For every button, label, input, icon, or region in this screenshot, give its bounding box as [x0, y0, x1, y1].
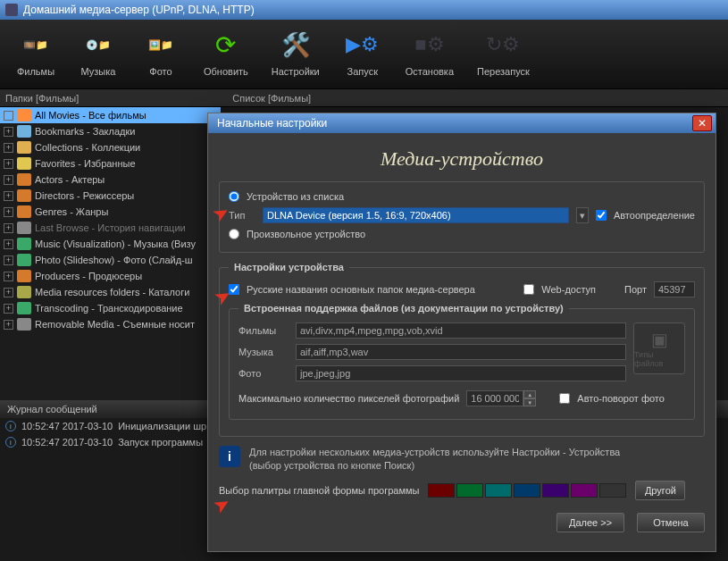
folder-icon [17, 238, 31, 250]
builtin-legend: Встроенная поддержка файлов (из документ… [238, 303, 569, 314]
folder-tree[interactable]: +All Movies - Все фильмы+Bookmarks - Зак… [0, 107, 222, 400]
cancel-button[interactable]: Отмена [637, 513, 705, 532]
photo-ext-label: Фото [238, 368, 289, 379]
start-icon: ▶⚙ [343, 27, 382, 63]
expand-icon[interactable]: + [4, 223, 13, 233]
refresh-button[interactable]: ⟳Обновить [204, 27, 248, 88]
expand-icon[interactable]: + [4, 304, 13, 314]
close-button[interactable]: ✕ [692, 115, 712, 131]
tree-item[interactable]: +Actors - Актеры [0, 172, 221, 188]
folder-icon [17, 205, 31, 218]
maxpx-input[interactable] [466, 390, 523, 406]
palette-swatch[interactable] [571, 483, 598, 498]
web-access-checkbox[interactable] [523, 284, 534, 295]
info-icon: i [5, 437, 16, 448]
spin-down-icon[interactable]: ▼ [523, 398, 536, 406]
rus-folders-checkbox[interactable] [229, 284, 239, 295]
tree-item-label: Favorites - Избранные [35, 158, 136, 169]
tree-item[interactable]: +Collections - Коллекции [0, 139, 221, 155]
filetypes-button[interactable]: ▣ Типы файлов [633, 322, 685, 374]
music-ext-input[interactable] [296, 344, 626, 360]
palette-swatch[interactable] [485, 483, 512, 498]
tree-item[interactable]: +Producers - Продюсеры [0, 268, 221, 284]
tree-item[interactable]: +Last Browse - История навигации [0, 220, 221, 236]
log-title: Журнал сообщений [7, 404, 97, 414]
tree-item[interactable]: +Removable Media - Съемные носит [0, 316, 221, 332]
folder-icon [17, 157, 31, 170]
music-button[interactable]: 💿📁Музыка [79, 27, 118, 88]
tree-item-label: Media resources folders - Каталоги [35, 287, 189, 297]
palette-swatch[interactable] [542, 483, 569, 498]
tree-item[interactable]: +Photo (Slideshow) - Фото (Слайд-ш [0, 252, 221, 268]
films-button[interactable]: 🎞️📁Фильмы [16, 27, 55, 88]
tree-item[interactable]: +Music (Visualization) - Музыка (Визу [0, 236, 221, 252]
path-bar: Папки [Фильмы] Список [Фильмы] [0, 89, 728, 107]
list-path: Список [Фильмы] [232, 93, 311, 104]
palette-swatch[interactable] [599, 483, 626, 498]
restart-label: Перезапуск [477, 66, 530, 77]
restart-button[interactable]: ↻⚙Перезапуск [477, 27, 530, 88]
photo-label: Фото [149, 66, 172, 77]
photo-ext-input[interactable] [296, 365, 626, 381]
expand-icon[interactable]: + [4, 288, 13, 297]
tree-item[interactable]: +Transcoding - Транскодирование [0, 300, 221, 316]
tree-item[interactable]: +Bookmarks - Закладки [0, 123, 221, 139]
tree-item-label: Last Browse - История навигации [35, 222, 186, 233]
autorotate-checkbox[interactable] [559, 393, 570, 404]
autodetect-label: Автоопределение [614, 210, 695, 221]
settings-button[interactable]: 🛠️Настройки [272, 27, 320, 88]
palette-swatch[interactable] [514, 483, 540, 498]
device-type-select[interactable] [263, 207, 569, 223]
main-toolbar: 🎞️📁Фильмы 💿📁Музыка 🖼️📁Фото ⟳Обновить 🛠️Н… [0, 20, 728, 89]
autodetect-checkbox[interactable] [596, 210, 607, 221]
stop-button[interactable]: ■⚙Остановка [406, 27, 454, 88]
next-button[interactable]: Далее >> [556, 513, 624, 532]
tree-item[interactable]: +Media resources folders - Каталоги [0, 284, 221, 300]
tree-item[interactable]: +All Movies - Все фильмы [0, 107, 221, 123]
radio-from-list[interactable] [229, 191, 239, 202]
expand-icon[interactable]: + [4, 255, 13, 265]
expand-icon[interactable]: + [4, 111, 13, 121]
tree-item-label: All Movies - Все фильмы [35, 110, 146, 121]
tree-item-label: Producers - Продюсеры [35, 271, 142, 281]
photo-button[interactable]: 🖼️📁Фото [141, 27, 180, 88]
settings-icon: 🛠️ [276, 27, 315, 63]
radio-custom[interactable] [229, 229, 239, 239]
films-ext-input[interactable] [296, 322, 626, 339]
stop-icon: ■⚙ [410, 27, 449, 63]
rus-folders-label: Русские названия основных папок медиа-се… [247, 284, 475, 295]
stop-label: Остановка [406, 66, 454, 77]
expand-icon[interactable]: + [4, 207, 13, 217]
port-input[interactable] [654, 281, 695, 297]
palette-swatches [428, 483, 626, 498]
expand-icon[interactable]: + [4, 191, 13, 201]
expand-icon[interactable]: + [4, 320, 13, 330]
tree-item-label: Directors - Режиссеры [35, 190, 134, 201]
tree-item[interactable]: +Genres - Жанры [0, 204, 221, 220]
expand-icon[interactable]: + [4, 143, 13, 153]
start-label: Запуск [347, 66, 378, 77]
window-title: Домашний медиа-сервер (UPnP, DLNA, HTTP) [23, 4, 255, 16]
expand-icon[interactable]: + [4, 175, 13, 185]
maxpx-spinner[interactable]: ▲▼ [466, 390, 536, 406]
device-settings-legend: Настройки устройства [229, 262, 349, 272]
expand-icon[interactable]: + [4, 159, 13, 169]
palette-swatch[interactable] [456, 483, 483, 498]
builtin-files-group: Встроенная поддержка файлов (из документ… [229, 303, 695, 420]
tree-item[interactable]: +Favorites - Избранные [0, 155, 221, 172]
spin-up-icon[interactable]: ▲ [523, 390, 536, 398]
music-icon: 💿📁 [79, 27, 118, 63]
tree-item[interactable]: +Directors - Режиссеры [0, 188, 221, 204]
folder-icon [17, 270, 31, 282]
start-button[interactable]: ▶⚙Запуск [343, 27, 382, 88]
dropdown-icon[interactable]: ▾ [576, 207, 589, 223]
expand-icon[interactable]: + [4, 239, 13, 249]
log-time: 10:52:47 2017-03-10 [21, 421, 113, 431]
log-msg: Инициализации шр [118, 421, 206, 431]
expand-icon[interactable]: + [4, 272, 13, 281]
folder-icon [17, 173, 31, 186]
expand-icon[interactable]: + [4, 127, 13, 137]
palette-swatch[interactable] [428, 483, 455, 498]
other-color-button[interactable]: Другой [635, 481, 685, 500]
dialog-heading: Медиа-устройство [219, 140, 705, 181]
